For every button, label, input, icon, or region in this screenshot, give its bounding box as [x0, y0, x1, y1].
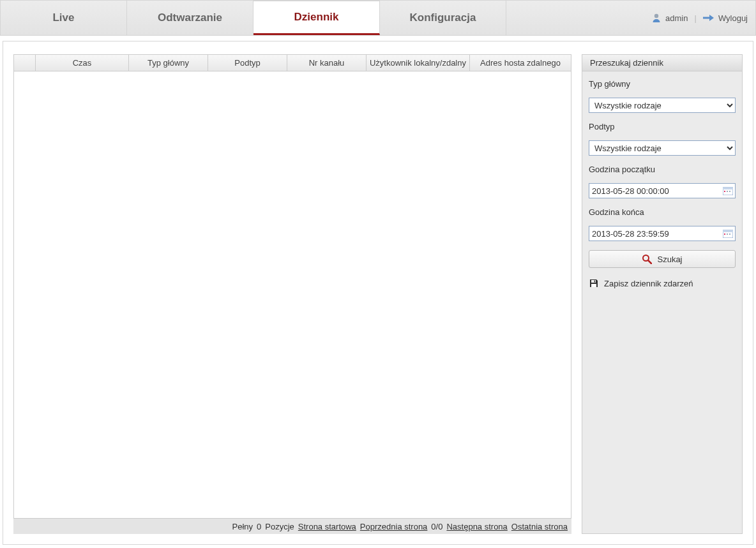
start-time-wrap — [589, 183, 736, 198]
sub-type-label: Podtyp — [589, 122, 736, 131]
search-panel-title: Przeszukaj dziennik — [582, 55, 742, 71]
pager-total-prefix: Pełny — [232, 522, 253, 531]
pager-items-label: Pozycje — [265, 522, 294, 531]
col-time: Czas — [36, 55, 129, 71]
layout: Czas Typ główny Podtyp Nr kanału Użytkow… — [13, 54, 743, 534]
table-body — [14, 71, 571, 518]
start-time-label: Godzina początku — [589, 165, 736, 174]
pager-last[interactable]: Ostatnia strona — [511, 522, 568, 531]
tab-log[interactable]: Dziennik — [253, 1, 380, 35]
col-channel: Nr kanału — [287, 55, 367, 71]
pager: Pełny 0 Pozycje Strona startowa Poprzedn… — [13, 519, 571, 534]
start-time-input[interactable] — [589, 183, 736, 198]
pager-next[interactable]: Następna strona — [446, 522, 507, 531]
pager-prev[interactable]: Poprzednia strona — [360, 522, 428, 531]
pager-first[interactable]: Strona startowa — [298, 522, 356, 531]
top-nav: Live Odtwarzanie Dziennik Konfiguracja a… — [0, 0, 756, 36]
log-table: Czas Typ główny Podtyp Nr kanału Użytkow… — [13, 54, 571, 519]
major-type-select-wrap: Wszystkie rodzaje — [589, 98, 736, 113]
header-right: admin | Wyloguj — [506, 1, 755, 35]
svg-rect-15 — [591, 284, 596, 287]
col-sub-type: Podtyp — [208, 55, 287, 71]
tab-playback[interactable]: Odtwarzanie — [127, 1, 253, 35]
logout-icon — [703, 14, 714, 22]
username-label: admin — [665, 13, 688, 23]
log-panel: Czas Typ główny Podtyp Nr kanału Użytkow… — [13, 54, 571, 534]
content-area: Czas Typ główny Podtyp Nr kanału Użytkow… — [3, 41, 753, 545]
page-root: Live Odtwarzanie Dziennik Konfiguracja a… — [0, 0, 756, 548]
search-panel-body: Typ główny Wszystkie rodzaje Podtyp Wszy… — [582, 71, 742, 297]
pager-total-count: 0 — [257, 522, 261, 531]
save-log-label: Zapisz dziennik zdarzeń — [604, 279, 693, 288]
svg-rect-14 — [594, 281, 596, 283]
search-button[interactable]: Szukaj — [589, 250, 736, 268]
sub-type-select[interactable]: Wszystkie rodzaje — [589, 140, 736, 156]
user-icon — [651, 13, 662, 23]
end-time-label: Godzina końca — [589, 207, 736, 217]
table-header: Czas Typ główny Podtyp Nr kanału Użytkow… — [14, 55, 571, 71]
svg-line-12 — [648, 260, 651, 263]
svg-point-0 — [654, 14, 658, 18]
search-button-label: Szukaj — [657, 255, 682, 264]
search-panel: Przeszukaj dziennik Typ główny Wszystkie… — [582, 54, 743, 534]
logout-link[interactable]: Wyloguj — [718, 13, 748, 23]
sub-type-select-wrap: Wszystkie rodzaje — [589, 140, 736, 156]
separator: | — [694, 13, 696, 23]
search-icon — [642, 254, 652, 264]
save-log-link[interactable]: Zapisz dziennik zdarzeń — [589, 277, 736, 290]
major-type-label: Typ główny — [589, 79, 736, 89]
major-type-select[interactable]: Wszystkie rodzaje — [589, 98, 736, 113]
tab-live[interactable]: Live — [1, 1, 127, 35]
tab-config[interactable]: Konfiguracja — [380, 1, 506, 35]
col-index — [14, 55, 36, 71]
save-icon — [589, 278, 599, 288]
col-user: Użytkownik lokalny/zdalny — [367, 55, 470, 71]
end-time-input[interactable] — [589, 226, 736, 241]
col-major-type: Typ główny — [129, 55, 208, 71]
col-remote-host: Adres hosta zdalnego — [470, 55, 571, 71]
pager-page-info: 0/0 — [431, 522, 442, 531]
end-time-wrap — [589, 226, 736, 241]
